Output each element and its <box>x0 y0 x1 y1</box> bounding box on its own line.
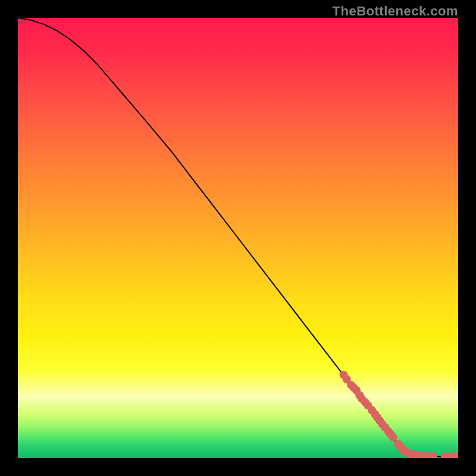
plot-area <box>18 18 458 458</box>
curve-path <box>18 18 458 456</box>
watermark-text: TheBottleneck.com <box>333 4 458 19</box>
chart-svg <box>18 18 458 458</box>
data-point <box>389 433 397 441</box>
chart-frame: TheBottleneck.com <box>0 0 476 476</box>
